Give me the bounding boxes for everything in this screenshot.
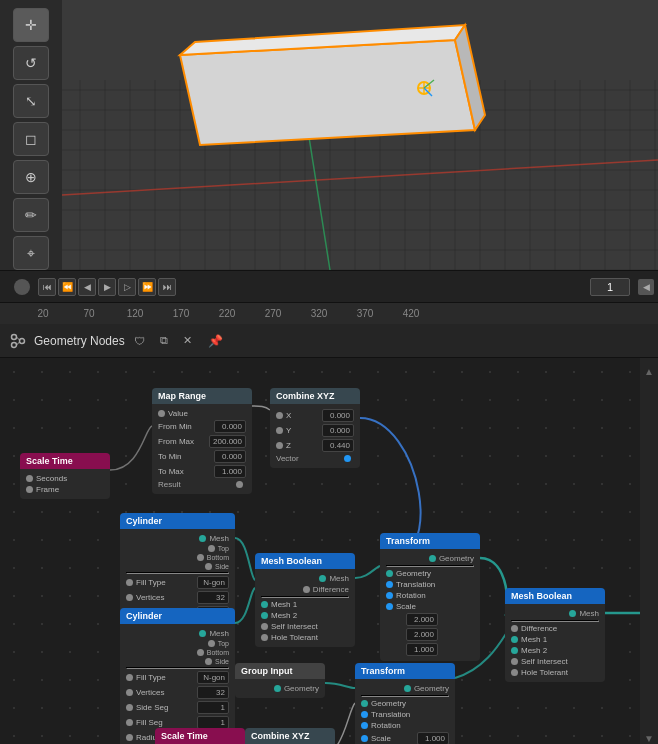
node-combine-xyz-1[interactable]: Combine XYZ X0.000 Y0.000 Z0.440 Vector [270,388,360,468]
node-header-cylinder-1: Cylinder [120,513,235,529]
node-body-transform-2: Geometry Geometry Translation Rotation S… [355,679,455,744]
node-transform-2[interactable]: Transform Geometry Geometry Translation … [355,663,455,744]
node-header-map-range: Map Range [152,388,252,404]
node-header-combine-xyz-1: Combine XYZ [270,388,360,404]
left-toolbar: ✛ ↺ ⤡ ◻ ⊕ ✏ ⌖ [0,0,62,270]
node-cylinder-2[interactable]: Cylinder Mesh Top Bottom Side Fill TypeN… [120,608,235,744]
step-back-btn[interactable]: ◀ [78,278,96,296]
prev-keyframe-btn[interactable]: ⏪ [58,278,76,296]
ruler-mark: 370 [342,308,388,319]
node-combine-xyz-2[interactable]: Combine XYZ Vector X0.000 Y0.000 Z0.000 [245,728,335,744]
copy-btn[interactable]: ⧉ [155,332,173,350]
ruler-mark: 20 [20,308,66,319]
scroll-down-arrow[interactable]: ▼ [644,733,654,744]
measure-tool[interactable]: ⌖ [13,236,49,270]
svg-point-47 [12,342,17,347]
ruler-mark: 320 [296,308,342,319]
scroll-up-arrow[interactable]: ▲ [644,366,654,377]
next-keyframe-btn[interactable]: ⏩ [138,278,156,296]
move-tool[interactable]: ✛ [13,8,49,42]
node-body-transform-1: Geometry Geometry Translation Rotation S… [380,549,480,661]
jump-start-btn[interactable]: ⏮ [38,278,56,296]
current-frame[interactable]: 1 [590,278,630,296]
svg-marker-37 [180,40,475,145]
node-group-input[interactable]: Group Input Geometry [235,663,325,698]
ruler-mark: 270 [250,308,296,319]
node-editor-header: Geometry Nodes 🛡 ⧉ ✕ 📌 [0,324,658,358]
shield-btn[interactable]: 🛡 [131,332,149,350]
node-body-mesh-bool-1: Mesh Difference Mesh 1 Mesh 2 Self Inter… [255,569,355,647]
svg-point-45 [12,334,17,339]
pin-btn[interactable]: 📌 [207,332,225,350]
node-header-group-input: Group Input [235,663,325,679]
node-map-range[interactable]: Map Range Value From Min0.000 From Max20… [152,388,252,494]
node-body-scale-time-1: Seconds Frame [20,469,110,499]
node-header-transform-2: Transform [355,663,455,679]
ruler-mark: 170 [158,308,204,319]
node-header-scale-time-2: Scale Time [155,728,245,744]
frame-ruler: 20 70 120 170 220 270 320 370 420 [0,302,658,324]
rotate-tool[interactable]: ↺ [13,46,49,80]
scale-tool[interactable]: ⤡ [13,84,49,118]
editor-title: Geometry Nodes [34,334,125,348]
node-header-transform-1: Transform [380,533,480,549]
timeline-strip: ⏮ ⏪ ◀ ▶ ▷ ⏩ ⏭ 1 ◀ [0,270,658,302]
node-body-combine-xyz-1: X0.000 Y0.000 Z0.440 Vector [270,404,360,468]
node-header-combine-xyz-2: Combine XYZ [245,728,335,744]
transform-tool[interactable]: ◻ [13,122,49,156]
svg-point-46 [20,338,25,343]
svg-line-49 [17,342,20,345]
ruler-mark: 70 [66,308,112,319]
node-mesh-boolean-1[interactable]: Mesh Boolean Mesh Difference Mesh 1 Mesh… [255,553,355,647]
timeline-end-frame[interactable]: ◀ [638,279,654,295]
close-btn[interactable]: ✕ [179,332,197,350]
node-body-map-range: Value From Min0.000 From Max200.000 To M… [152,404,252,494]
playhead-dot [14,279,30,295]
node-right-panel: ▲ ▼ [640,358,658,744]
ruler-mark: 420 [388,308,434,319]
node-editor: Geometry Nodes 🛡 ⧉ ✕ 📌 [0,324,658,744]
node-scale-time-1[interactable]: Scale Time Seconds Frame [20,453,110,499]
viewport-3d[interactable]: ✛ ↺ ⤡ ◻ ⊕ ✏ ⌖ [0,0,658,270]
jump-end-btn[interactable]: ⏭ [158,278,176,296]
node-body-mesh-bool-2: Mesh Difference Mesh 1 Mesh 2 Self Inter… [505,604,605,682]
node-header-mesh-bool-1: Mesh Boolean [255,553,355,569]
node-body-cylinder-2: Mesh Top Bottom Side Fill TypeN-gon Vert… [120,624,235,744]
node-header-scale-time-1: Scale Time [20,453,110,469]
node-transform-1[interactable]: Transform Geometry Geometry Translation … [380,533,480,661]
ruler-mark: 220 [204,308,250,319]
node-header-cylinder-2: Cylinder [120,608,235,624]
play-btn[interactable]: ▶ [98,278,116,296]
svg-line-48 [17,337,20,340]
grid-canvas [0,0,658,270]
node-mesh-boolean-2[interactable]: Mesh Boolean Mesh Difference Mesh 1 Mesh… [505,588,605,682]
node-editor-icon [8,331,28,351]
timeline-controls: ⏮ ⏪ ◀ ▶ ▷ ⏩ ⏭ [0,278,184,296]
ruler-mark: 120 [112,308,158,319]
node-body-group-input: Geometry [235,679,325,698]
node-header-mesh-bool-2: Mesh Boolean [505,588,605,604]
cursor-tool[interactable]: ⊕ [13,160,49,194]
annotate-tool[interactable]: ✏ [13,198,49,232]
node-canvas[interactable]: Scale Time Seconds Frame Map Range Value… [0,358,658,744]
step-fwd-btn[interactable]: ▷ [118,278,136,296]
node-scale-time-2[interactable]: Scale Time Seconds Frame [155,728,245,744]
